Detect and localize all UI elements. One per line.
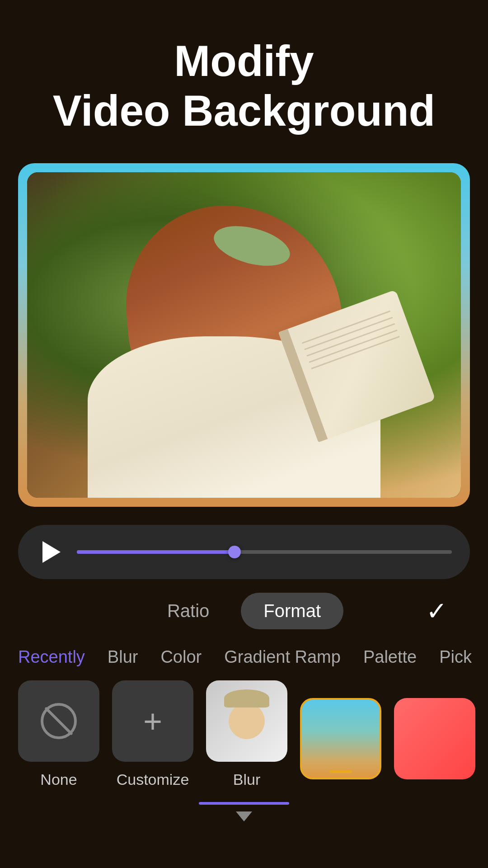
- option-none-label: None: [40, 771, 77, 788]
- book-line: [311, 335, 400, 369]
- option-blur[interactable]: Blur: [206, 680, 287, 788]
- plus-icon: +: [143, 705, 162, 737]
- option-gradient1[interactable]: [300, 698, 381, 788]
- playback-bar: [18, 525, 470, 579]
- book-lines: [302, 310, 418, 419]
- bottom-arrow: [0, 811, 488, 821]
- category-blur[interactable]: Blur: [108, 647, 138, 667]
- none-icon: [41, 703, 77, 739]
- book-line: [305, 316, 393, 350]
- tab-format[interactable]: Format: [241, 593, 343, 629]
- category-row: Recently Blur Color Gradient Ramp Palett…: [0, 643, 488, 680]
- header: Modify Video Background: [0, 0, 488, 163]
- option-none-thumb: [18, 680, 99, 762]
- category-palette[interactable]: Palette: [363, 647, 417, 667]
- confirm-button[interactable]: ✓: [422, 592, 452, 630]
- blur-face: [206, 680, 287, 762]
- progress-fill: [77, 550, 235, 554]
- hat-shape: [224, 689, 269, 708]
- option-none[interactable]: None: [18, 680, 99, 788]
- option-red-thumb: [394, 698, 475, 779]
- category-pick[interactable]: Pick: [439, 647, 472, 667]
- option-blur-thumb: [206, 680, 287, 762]
- play-button[interactable]: [36, 538, 63, 566]
- option-customize-thumb: +: [112, 680, 193, 762]
- options-row: None + Customize Blur: [0, 680, 488, 788]
- girl-figure: [49, 205, 439, 498]
- option-blur-label: Blur: [233, 771, 260, 788]
- option-gradient1-thumb: [300, 698, 381, 779]
- progress-thumb[interactable]: [228, 546, 241, 558]
- category-color[interactable]: Color: [160, 647, 202, 667]
- option-customize[interactable]: + Customize: [112, 680, 193, 788]
- down-arrow-icon: [236, 811, 252, 821]
- video-inner: [27, 172, 461, 498]
- tab-ratio[interactable]: Ratio: [145, 593, 232, 629]
- play-icon: [42, 541, 61, 563]
- book-line: [307, 323, 395, 356]
- book-line: [309, 329, 398, 363]
- page-title: Modify Video Background: [0, 0, 488, 163]
- video-frame: [27, 172, 461, 498]
- option-red[interactable]: [394, 698, 475, 788]
- category-gradient-ramp[interactable]: Gradient Ramp: [224, 647, 341, 667]
- video-preview-container: [18, 163, 470, 507]
- option-customize-label: Customize: [117, 771, 189, 788]
- scroll-indicator: [0, 802, 488, 805]
- category-recently[interactable]: Recently: [18, 647, 85, 667]
- scroll-indicator-bar: [199, 802, 289, 805]
- tab-row: Ratio Format ✓: [18, 593, 470, 629]
- progress-track[interactable]: [77, 550, 452, 554]
- face-circle: [229, 703, 265, 739]
